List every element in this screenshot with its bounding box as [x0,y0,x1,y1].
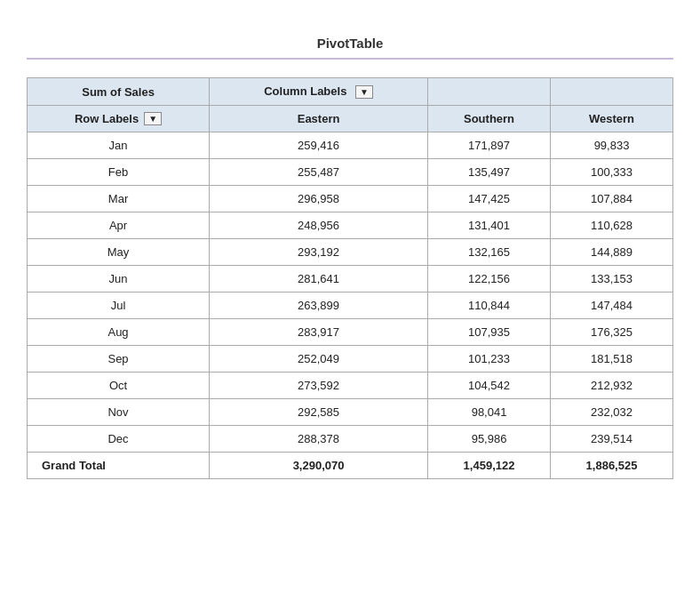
table-row: May293,192132,165144,889 [28,239,673,266]
grand-total-southern: 1,459,122 [428,453,551,479]
row-month-label: Apr [28,212,210,239]
cell-western: 147,484 [551,292,673,319]
eastern-header: Eastern [210,106,428,132]
row-month-label: Oct [28,373,210,399]
table-row: Dec288,37895,986239,514 [28,426,673,453]
cell-southern: 132,165 [428,239,551,266]
table-row: Jun281,641122,156133,153 [28,266,673,292]
cell-eastern: 292,585 [210,399,428,426]
table-row: Feb255,487135,497100,333 [28,159,673,186]
table-row: Sep252,049101,233181,518 [28,346,673,373]
cell-southern: 107,935 [428,319,551,346]
cell-southern: 122,156 [428,266,551,292]
column-labels-dropdown[interactable]: ▼ [355,85,373,99]
table-row: Apr248,956131,401110,628 [28,212,673,239]
cell-eastern: 259,416 [210,132,428,159]
cell-eastern: 263,899 [210,292,428,319]
grand-total-eastern: 3,290,070 [210,453,428,479]
cell-western: 181,518 [551,346,673,373]
cell-eastern: 288,378 [210,426,428,453]
cell-eastern: 252,049 [210,346,428,373]
cell-western: 232,032 [551,399,673,426]
row-month-label: May [28,239,210,266]
pivot-title: PivotTable [27,36,673,60]
cell-eastern: 293,192 [210,239,428,266]
row-labels-dropdown[interactable]: ▼ [144,112,162,125]
cell-southern: 95,986 [428,426,551,453]
row-labels-header: Row Labels ▼ [28,106,210,132]
header-row-1: Sum of Sales Column Labels ▼ [28,78,673,106]
row-month-label: Sep [28,346,210,373]
cell-western: 133,153 [551,266,673,292]
cell-eastern: 281,641 [210,266,428,292]
cell-eastern: 273,592 [210,373,428,399]
row-month-label: Aug [28,319,210,346]
table-row: Oct273,592104,542212,932 [28,373,673,399]
grand-total-row: Grand Total3,290,0701,459,1221,886,525 [28,453,673,479]
cell-southern: 131,401 [428,212,551,239]
page-container: PivotTable Sum of Sales Column Labels ▼ … [18,18,682,497]
cell-southern: 104,542 [428,373,551,399]
table-row: Jul263,899110,844147,484 [28,292,673,319]
cell-western: 100,333 [551,159,673,186]
cell-eastern: 248,956 [210,212,428,239]
cell-southern: 171,897 [428,132,551,159]
row-month-label: Mar [28,186,210,212]
cell-western: 107,884 [551,186,673,212]
cell-southern: 110,844 [428,292,551,319]
cell-eastern: 255,487 [210,159,428,186]
cell-western: 110,628 [551,212,673,239]
empty-header-1 [428,78,551,106]
cell-eastern: 283,917 [210,319,428,346]
cell-western: 239,514 [551,426,673,453]
cell-western: 144,889 [551,239,673,266]
cell-southern: 147,425 [428,186,551,212]
row-month-label: Jan [28,132,210,159]
row-month-label: Nov [28,399,210,426]
header-row-2: Row Labels ▼ Eastern Southern Western [28,106,673,132]
table-row: Aug283,917107,935176,325 [28,319,673,346]
table-row: Mar296,958147,425107,884 [28,186,673,212]
column-labels-header: Column Labels ▼ [210,78,428,106]
grand-total-western: 1,886,525 [551,453,673,479]
row-month-label: Dec [28,426,210,453]
cell-western: 212,932 [551,373,673,399]
cell-southern: 98,041 [428,399,551,426]
cell-eastern: 296,958 [210,186,428,212]
western-header: Western [551,106,673,132]
table-row: Jan259,416171,89799,833 [28,132,673,159]
table-row: Nov292,58598,041232,032 [28,399,673,426]
pivot-table: Sum of Sales Column Labels ▼ Row Labels … [27,77,673,479]
cell-western: 99,833 [551,132,673,159]
row-month-label: Feb [28,159,210,186]
southern-header: Southern [428,106,551,132]
sum-of-sales-header: Sum of Sales [28,78,210,106]
cell-western: 176,325 [551,319,673,346]
empty-header-2 [551,78,673,106]
cell-southern: 101,233 [428,346,551,373]
table-body: Jan259,416171,89799,833Feb255,487135,497… [28,132,673,479]
grand-total-label: Grand Total [28,453,210,479]
cell-southern: 135,497 [428,159,551,186]
row-month-label: Jul [28,292,210,319]
row-month-label: Jun [28,266,210,292]
